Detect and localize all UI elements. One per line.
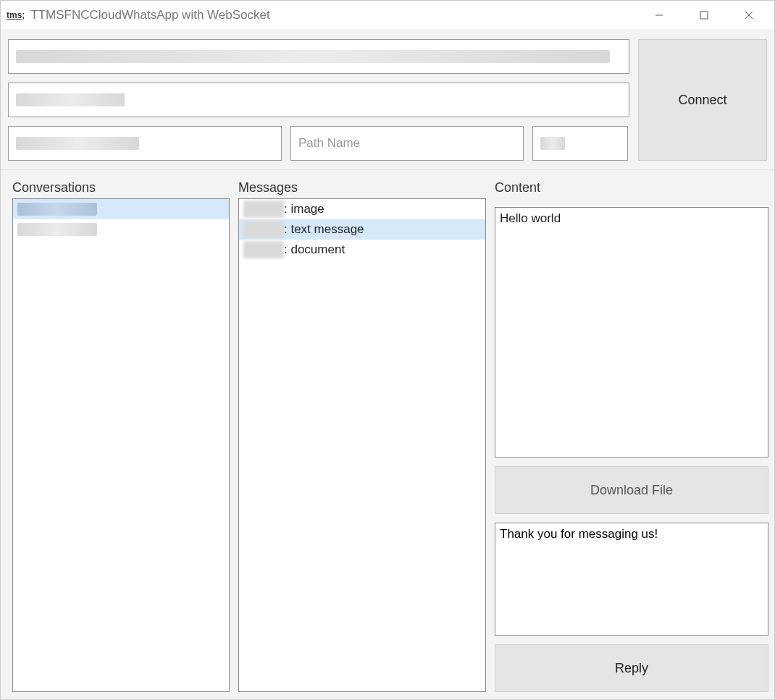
reply-button[interactable]: Reply bbox=[495, 644, 768, 692]
message-item[interactable]: : image bbox=[239, 199, 485, 219]
conversations-list[interactable] bbox=[12, 198, 230, 692]
conversation-item[interactable] bbox=[13, 219, 229, 240]
connection-panel: Connect bbox=[1, 30, 774, 170]
messages-label: Messages bbox=[238, 180, 486, 195]
conversation-item[interactable] bbox=[13, 199, 229, 219]
message-item[interactable]: : document bbox=[239, 240, 485, 260]
content-label: Content bbox=[495, 180, 768, 195]
connect-button[interactable]: Connect bbox=[638, 39, 767, 161]
field-c[interactable] bbox=[8, 126, 282, 161]
window-controls bbox=[637, 1, 771, 30]
window-title: TTMSFNCCloudWhatsApp with WebSocket bbox=[30, 8, 637, 22]
svg-rect-1 bbox=[700, 12, 708, 19]
close-button[interactable] bbox=[726, 1, 771, 30]
content-view: Hello world bbox=[495, 207, 768, 457]
field-phone-id[interactable] bbox=[8, 83, 629, 117]
conversations-column: Conversations bbox=[12, 180, 230, 692]
path-name-input[interactable] bbox=[290, 126, 524, 161]
main-panel: Conversations Messages : image: text mes… bbox=[1, 170, 774, 699]
message-item[interactable]: : text message bbox=[239, 219, 485, 240]
client-area: Connect Conversations Messages : image: … bbox=[1, 30, 774, 699]
messages-column: Messages : image: text message: document bbox=[238, 180, 486, 692]
app-icon: tms; bbox=[7, 10, 25, 20]
conversations-label: Conversations bbox=[12, 180, 230, 195]
field-token[interactable] bbox=[8, 39, 629, 74]
minimize-button[interactable] bbox=[637, 1, 682, 30]
reply-input[interactable] bbox=[495, 523, 768, 636]
field-e[interactable] bbox=[532, 126, 628, 161]
messages-list[interactable]: : image: text message: document bbox=[238, 198, 486, 692]
maximize-button[interactable] bbox=[682, 1, 726, 30]
app-window: tms; TTMSFNCCloudWhatsApp with WebSocket bbox=[0, 0, 775, 700]
download-file-button[interactable]: Download File bbox=[495, 466, 768, 514]
content-column: Content Hello world Download File Reply bbox=[495, 180, 768, 692]
title-bar: tms; TTMSFNCCloudWhatsApp with WebSocket bbox=[1, 1, 774, 30]
